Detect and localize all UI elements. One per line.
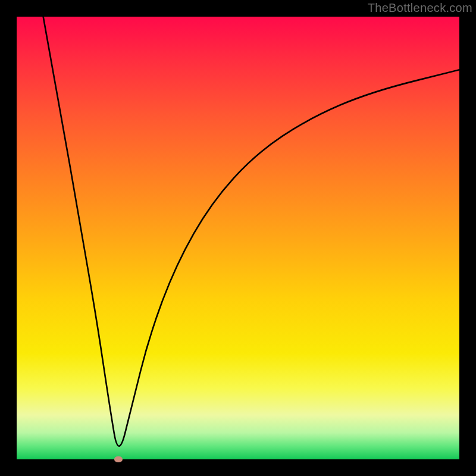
min-point-marker xyxy=(114,456,123,462)
border-right xyxy=(459,0,476,476)
border-left xyxy=(0,0,17,476)
chart-frame: TheBottleneck.com xyxy=(0,0,476,476)
plot-area xyxy=(17,17,459,459)
bottleneck-curve xyxy=(17,17,459,459)
border-bottom xyxy=(0,459,476,476)
watermark-text: TheBottleneck.com xyxy=(368,1,472,15)
